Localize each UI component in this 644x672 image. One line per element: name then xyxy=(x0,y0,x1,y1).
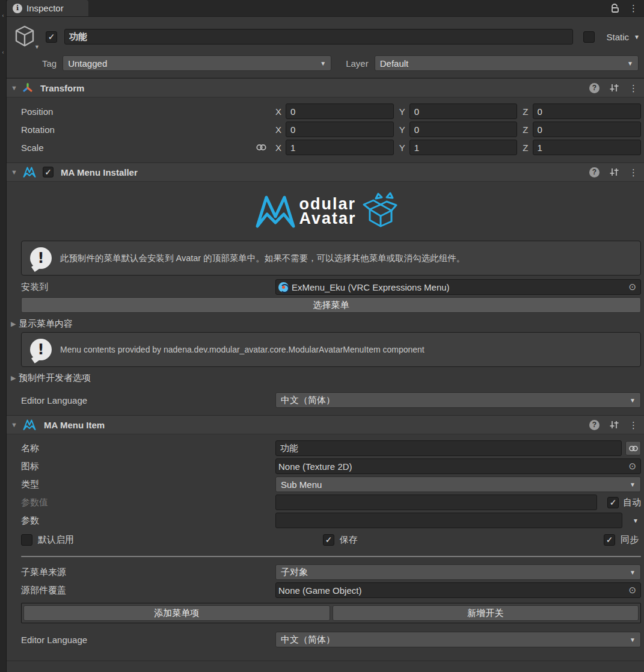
menu-installer-body: odular Avatar ! 此预制件的菜单默认会安装到 Avatar 的顶部… xyxy=(7,182,644,415)
modular-avatar-icon xyxy=(22,419,37,431)
default-on-checkbox[interactable]: ✓ xyxy=(21,534,32,546)
foldout-open-icon[interactable]: ▼ xyxy=(11,421,19,428)
inspector-footer: Add Component xyxy=(7,661,644,672)
rotation-y-input[interactable] xyxy=(409,122,518,137)
synced-checkbox[interactable]: ✓ xyxy=(604,534,615,546)
editor-language-value: 中文（简体） xyxy=(281,634,626,646)
menu-installer-header[interactable]: ▼ ✓ MA Menu Installer ? ⋮ xyxy=(7,162,644,182)
submenu-source-dropdown[interactable]: 子对象 ▼ xyxy=(275,564,641,580)
component-menu-icon[interactable]: ⋮ xyxy=(629,84,638,93)
source-override-object-field[interactable]: None (Game Object) ⊙ xyxy=(275,582,641,598)
window-edge-strip: ‹ ‹ xyxy=(0,0,7,672)
presets-icon[interactable] xyxy=(609,420,619,430)
prefab-developer-options-foldout[interactable]: ▶ 预制件开发者选项 xyxy=(11,372,641,384)
gameobject-cube-icon[interactable]: ▼ xyxy=(13,25,41,49)
menu-item-title: MA Menu Item xyxy=(44,420,105,430)
position-label: Position xyxy=(21,106,275,117)
installer-editor-language-dropdown[interactable]: 中文（简体） ▼ xyxy=(275,392,641,408)
tab-inspector[interactable]: i Inspector xyxy=(7,0,88,16)
item-type-label: 类型 xyxy=(21,479,275,490)
menu-contents-info-text: Menu contents provided by nadena.dev.mod… xyxy=(60,345,425,354)
gameobject-header: ▼ ✓ ✓ Static ▼ Tag Untagged ▼ Layer Def xyxy=(7,17,644,78)
axis-y-label: Y xyxy=(399,125,405,135)
submenu-source-label: 子菜单来源 xyxy=(21,567,275,578)
scale-z-input[interactable] xyxy=(533,140,642,155)
section-divider xyxy=(21,556,641,557)
presets-icon[interactable] xyxy=(609,167,619,177)
install-to-label: 安装到 xyxy=(21,282,275,293)
editor-language-label: Editor Language xyxy=(21,395,275,405)
unlock-icon[interactable] xyxy=(610,3,621,14)
item-icon-value: None (Texture 2D) xyxy=(278,461,624,472)
icon-dropdown-caret-icon[interactable]: ▼ xyxy=(34,44,40,50)
logo-butterfly-m-icon xyxy=(253,193,298,230)
axis-x-label: X xyxy=(275,106,281,117)
foldout-closed-icon: ▶ xyxy=(11,374,19,382)
constrain-proportions-link-icon[interactable] xyxy=(256,143,267,152)
foldout-open-icon[interactable]: ▼ xyxy=(11,168,19,176)
auto-checkbox[interactable]: ✓ xyxy=(607,497,619,508)
editor-language-label: Editor Language xyxy=(21,635,275,645)
scale-x-input[interactable] xyxy=(286,140,394,155)
menu-item-header[interactable]: ▼ MA Menu Item ? ⋮ xyxy=(7,415,644,434)
add-menu-item-button[interactable]: 添加菜单项 xyxy=(23,605,330,621)
static-dropdown-caret-icon[interactable]: ▼ xyxy=(634,34,640,40)
item-type-dropdown[interactable]: Sub Menu ▼ xyxy=(275,476,641,492)
item-editor-language-dropdown[interactable]: 中文（简体） ▼ xyxy=(275,632,641,647)
chevron-down-icon: ▼ xyxy=(630,569,636,576)
item-icon-row: 图标 None (Texture 2D) ⊙ xyxy=(21,458,641,474)
add-toggle-button[interactable]: 新增开关 xyxy=(333,605,639,621)
object-picker-icon[interactable]: ⊙ xyxy=(627,282,638,292)
saved-checkbox[interactable]: ✓ xyxy=(323,534,334,546)
chevron-down-icon: ▼ xyxy=(320,60,326,67)
rotation-z-input[interactable] xyxy=(533,122,642,137)
object-picker-icon[interactable]: ⊙ xyxy=(627,585,638,596)
position-z-input[interactable] xyxy=(533,103,642,119)
name-sync-link-button[interactable] xyxy=(625,441,641,455)
item-name-input[interactable] xyxy=(275,440,622,456)
window-menu-icon[interactable]: ⋮ xyxy=(629,4,638,13)
static-checkbox[interactable]: ✓ xyxy=(583,31,595,43)
component-menu-icon[interactable]: ⋮ xyxy=(629,421,638,430)
menu-contents-info-helpbox: ! Menu contents provided by nadena.dev.m… xyxy=(21,332,641,367)
dock-mark-icon: ‹ xyxy=(2,50,4,55)
select-menu-button[interactable]: 选择菜单 xyxy=(21,297,641,313)
rotation-x-input[interactable] xyxy=(286,122,394,137)
modular-avatar-icon xyxy=(22,166,37,178)
item-icon-object-field[interactable]: None (Texture 2D) ⊙ xyxy=(275,458,641,474)
logo-wordmark: odular Avatar xyxy=(299,197,356,226)
help-icon[interactable]: ? xyxy=(589,167,600,177)
position-x-input[interactable] xyxy=(286,103,394,119)
chevron-down-icon: ▼ xyxy=(630,637,636,643)
layer-dropdown[interactable]: Default ▼ xyxy=(375,55,639,71)
axis-y-label: Y xyxy=(399,143,405,153)
help-icon[interactable]: ? xyxy=(589,420,600,430)
transform-header[interactable]: ▼ Transform ? ⋮ xyxy=(7,78,644,97)
tab-title: Inspector xyxy=(26,3,64,13)
help-icon[interactable]: ? xyxy=(589,83,600,93)
submenu-source-row: 子菜单来源 子对象 ▼ xyxy=(21,564,641,580)
presets-icon[interactable] xyxy=(609,83,619,93)
foldout-open-icon[interactable]: ▼ xyxy=(11,84,19,91)
param-dropdown-caret-icon[interactable]: ▼ xyxy=(633,517,639,524)
install-to-value: ExMenu_Eku (VRC Expressions Menu) xyxy=(292,282,624,292)
gameobject-active-checkbox[interactable]: ✓ xyxy=(46,31,57,43)
show-menu-contents-foldout[interactable]: ▶ 显示菜单内容 xyxy=(11,318,641,330)
axis-y-label: Y xyxy=(399,106,405,117)
object-picker-icon[interactable]: ⊙ xyxy=(627,461,638,472)
item-editor-language-row: Editor Language 中文（简体） ▼ xyxy=(21,632,641,647)
item-type-row: 类型 Sub Menu ▼ xyxy=(21,476,641,492)
position-y-input[interactable] xyxy=(409,103,518,119)
gameobject-name-input[interactable] xyxy=(64,29,573,45)
component-enabled-checkbox[interactable]: ✓ xyxy=(43,167,54,177)
component-menu-icon[interactable]: ⋮ xyxy=(629,168,638,177)
item-name-row: 名称 xyxy=(21,440,641,456)
axis-z-label: Z xyxy=(523,125,528,135)
install-to-object-field[interactable]: ExMenu_Eku (VRC Expressions Menu) ⊙ xyxy=(275,279,641,295)
param-input[interactable] xyxy=(275,513,622,528)
param-value-input xyxy=(275,495,597,510)
scale-y-input[interactable] xyxy=(409,140,518,155)
layer-value: Default xyxy=(380,58,624,69)
tag-dropdown[interactable]: Untagged ▼ xyxy=(63,55,331,71)
scale-label: Scale xyxy=(21,143,275,153)
